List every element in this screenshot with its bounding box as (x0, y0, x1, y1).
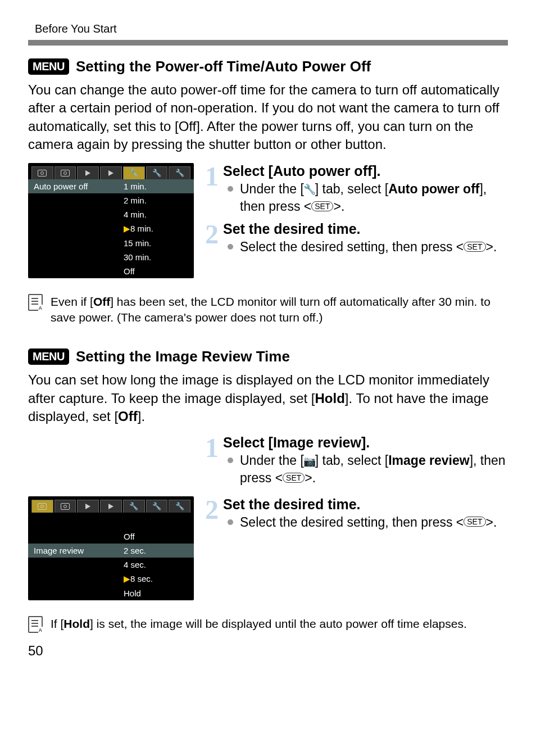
note-icon (28, 294, 43, 311)
menu-option-0: 1 min. (124, 182, 188, 191)
bullet-icon (228, 519, 233, 525)
set-button-icon: SET (283, 473, 305, 483)
tab-setup-3: 🔧 (169, 166, 190, 179)
section1-content: 🔧 🔧 🔧 Auto power off 1 min. 2 min. 4 min… (28, 163, 508, 278)
menu-row-label: Auto power off (34, 182, 124, 191)
section2-step2: 2 Set the desired time. Select the desir… (201, 496, 508, 532)
section2-header: MENU Setting the Image Review Time (28, 348, 508, 365)
section2-note: If [Hold] is set, the image will be disp… (28, 616, 508, 633)
section2-content-top: 1 Select [Image review]. Under the [📷] t… (28, 434, 508, 492)
tab-setup-1: 🔧 (123, 166, 145, 179)
menu-option-5: 30 min. (124, 252, 188, 262)
bullet-icon (228, 186, 233, 192)
section2-step1-title: Select [Image review]. (223, 434, 508, 451)
menu-option-2: 4 min. (124, 210, 188, 219)
section1-header: MENU Setting the Power-off Time/Auto Pow… (28, 58, 508, 75)
section1-steps: 1 Select [Auto power off]. Under the [🔧]… (201, 163, 508, 278)
set-button-icon: SET (311, 201, 333, 211)
tab-camera-2 (54, 166, 76, 179)
section2-step2-title: Set the desired time. (223, 496, 508, 513)
menu-row-auto-power-off: Auto power off 1 min. (28, 179, 194, 193)
menu-option-1: 2 min. (124, 196, 188, 205)
breadcrumb: Before You Start (28, 22, 508, 40)
step-number-2: 2 (201, 496, 223, 523)
tab-camera-1 (31, 166, 53, 179)
set-button-icon: SET (464, 242, 485, 252)
note-icon (28, 616, 43, 633)
camera-icon: 📷 (304, 456, 315, 467)
header-divider (28, 40, 508, 46)
tab-camera-1 (31, 500, 53, 513)
page: Before You Start MENU Setting the Power-… (0, 0, 536, 681)
section1-step2-title: Set the desired time. (223, 221, 508, 237)
bullet-icon (228, 244, 233, 250)
section2-title: Setting the Image Review Time (76, 348, 290, 365)
step-number-2: 2 (201, 221, 223, 248)
section1-step2-bullet: Select the desired setting, then press <… (223, 238, 508, 256)
section2-step1-bullet: Under the [📷] tab, select [Image review]… (223, 452, 508, 487)
camera-menu-image-review: 🔧 🔧 🔧 Off Image review 2 sec. 4 sec. ▶8 … (28, 496, 194, 600)
menu-row-image-review: Image review 2 sec. (28, 544, 194, 558)
menu-badge: MENU (28, 348, 69, 365)
menu-option-4: 15 min. (124, 238, 188, 248)
menu-option-3: ▶8 sec. (124, 574, 188, 584)
set-button-icon: SET (464, 517, 485, 527)
menu-row-label: Image review (34, 546, 124, 555)
section2-step1: 1 Select [Image review]. Under the [📷] t… (201, 434, 508, 488)
section2-intro: You can set how long the image is displa… (28, 371, 508, 425)
section1-step1-bullet: Under the [🔧] tab, select [Auto power of… (223, 180, 508, 215)
menu-option-3: ▶8 min. (124, 224, 188, 234)
section1-intro: You can change the auto power-off time f… (28, 81, 508, 154)
page-number: 50 (28, 643, 508, 659)
section2-steps: 2 Set the desired time. Select the desir… (201, 496, 508, 600)
wrench-icon: 🔧 (304, 184, 315, 195)
step-number-1: 1 (201, 163, 223, 190)
menu-option-1: 2 sec. (124, 546, 188, 555)
menu-tab-strip: 🔧 🔧 🔧 (28, 496, 194, 513)
section1-title: Setting the Power-off Time/Auto Power Of… (76, 58, 371, 75)
section2-step2-bullet: Select the desired setting, then press <… (223, 514, 508, 531)
section2-screenshot: 🔧 🔧 🔧 Off Image review 2 sec. 4 sec. ▶8 … (28, 496, 194, 600)
menu-tab-strip: 🔧 🔧 🔧 (28, 163, 194, 179)
menu-option-6: Off (124, 266, 188, 276)
tab-play-2 (100, 500, 122, 513)
section1-screenshot: 🔧 🔧 🔧 Auto power off 1 min. 2 min. 4 min… (28, 163, 194, 278)
tab-play-2 (100, 166, 122, 179)
tab-setup-3: 🔧 (169, 500, 190, 513)
section2-content: 🔧 🔧 🔧 Off Image review 2 sec. 4 sec. ▶8 … (28, 496, 508, 600)
tab-setup-2: 🔧 (146, 166, 168, 179)
tab-setup-1: 🔧 (123, 500, 145, 513)
section1-step2: 2 Set the desired time. Select the desir… (201, 221, 508, 257)
menu-option-0: Off (124, 532, 188, 541)
tab-play-1 (77, 500, 99, 513)
menu-option-4: Hold (124, 588, 188, 598)
section1-step1-title: Select [Auto power off]. (223, 163, 508, 179)
tab-camera-2 (54, 500, 76, 513)
menu-option-2: 4 sec. (124, 560, 188, 569)
menu-badge: MENU (28, 58, 69, 75)
bullet-icon (228, 458, 233, 463)
tab-setup-2: 🔧 (146, 500, 168, 513)
camera-menu-auto-power-off: 🔧 🔧 🔧 Auto power off 1 min. 2 min. 4 min… (28, 163, 194, 278)
step-number-1: 1 (201, 434, 223, 461)
section1-step1: 1 Select [Auto power off]. Under the [🔧]… (201, 163, 508, 216)
section1-note: Even if [Off] has been set, the LCD moni… (28, 294, 508, 326)
tab-play-1 (77, 166, 99, 179)
